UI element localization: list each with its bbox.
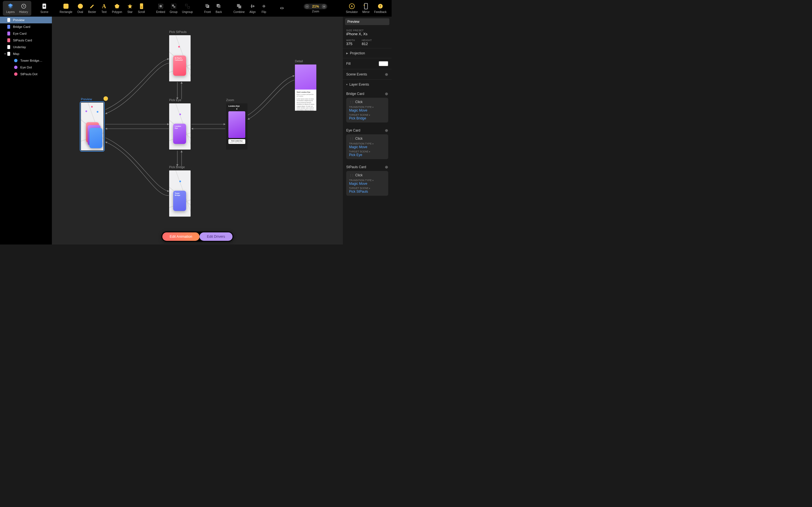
add-event-button[interactable]: ⊕ <box>385 128 388 133</box>
artboard-label: Preview <box>81 98 92 101</box>
zoom-out-button[interactable]: − <box>305 4 309 9</box>
event-card[interactable]: ⋮⋮ClickTRANSITION TYPEMagic MoveTARGET S… <box>346 171 388 196</box>
event-card[interactable]: ⋮⋮ClickTRANSITION TYPEMagic MoveTARGET S… <box>346 134 388 159</box>
fill-swatch[interactable] <box>378 61 388 66</box>
layer-item-child[interactable]: Eye Dot <box>0 64 52 71</box>
layer-events-section[interactable]: ▾Layer Events <box>343 80 392 89</box>
layer-item[interactable]: Underlay <box>0 44 52 50</box>
combine-button[interactable]: Combine <box>231 2 247 15</box>
bezier-tool[interactable]: Bezier <box>86 2 98 15</box>
zoom-control: − 21% + Zoom <box>301 3 329 14</box>
rectangle-tool[interactable]: Rectangle <box>57 2 75 15</box>
ungroup-button[interactable]: Ungroup <box>180 2 195 15</box>
event-card[interactable]: ⋮⋮ClickTRANSITION TYPEMagic MoveTARGET S… <box>346 98 388 122</box>
target-scene-select[interactable]: Pick StPauls <box>349 189 386 193</box>
map-dot <box>86 110 87 112</box>
artboard-pick-eye[interactable]: Pick Eye London Eye <box>169 103 191 150</box>
bolt-icon: ⚡ <box>103 96 108 101</box>
canvas[interactable]: Preview ⚡ Pick StPauls St Paul's Cathedr… <box>52 17 343 244</box>
layer-item-child[interactable]: Tower Bridge… <box>0 57 52 64</box>
add-event-button[interactable]: ⊕ <box>385 165 388 169</box>
svg-rect-4 <box>141 6 142 8</box>
fill-section[interactable]: Fill <box>343 58 392 69</box>
artboard-pick-bridge[interactable]: Pick Bridge Tower Bridge <box>169 170 191 217</box>
zoom-in-button[interactable]: + <box>322 4 326 9</box>
svg-rect-13 <box>205 4 208 7</box>
add-event-button[interactable]: ⊕ <box>385 92 388 96</box>
transition-type-select[interactable]: Magic Move <box>349 145 386 149</box>
height-field[interactable]: 812 <box>362 42 372 46</box>
layer-item[interactable]: Eye Card <box>0 30 52 37</box>
mirror-button[interactable]: Mirror <box>360 2 372 15</box>
star-tool[interactable]: Star <box>124 2 136 15</box>
scroll-tool[interactable]: Scroll <box>136 2 147 15</box>
map-dot <box>97 111 98 113</box>
chevron-down-icon: ▾ <box>346 83 348 86</box>
back-button[interactable]: Back <box>213 2 224 15</box>
drag-handle-icon[interactable]: ⋮⋮ <box>349 137 354 140</box>
layer-item[interactable]: ▼Map <box>0 50 52 57</box>
svg-marker-2 <box>115 4 119 8</box>
transition-type-select[interactable]: Magic Move <box>349 182 386 186</box>
plus-page-icon <box>41 3 47 9</box>
chevron-right-icon: ▶ <box>346 52 348 55</box>
zoom-value: 21% <box>311 4 320 8</box>
layer-item[interactable]: Preview <box>0 17 52 23</box>
layers-icon <box>7 3 13 9</box>
history-tab[interactable]: History <box>17 2 30 15</box>
order-tools: Front Back <box>202 2 224 15</box>
layer-item[interactable]: StPauls Card <box>0 37 52 44</box>
layer-item-child[interactable]: StPauls Dot <box>0 71 52 77</box>
embed-button[interactable]: Embed <box>154 2 167 15</box>
scene-events-section[interactable]: Scene Events⊕ <box>343 69 392 80</box>
width-field[interactable]: 375 <box>346 42 355 46</box>
clock-icon <box>20 3 27 9</box>
svg-rect-9 <box>173 6 175 8</box>
simulator-button[interactable]: Simulator <box>344 2 360 15</box>
stpauls-dot-icon <box>178 46 180 48</box>
target-scene-select[interactable]: Pick Bridge <box>349 116 386 120</box>
event-trigger[interactable]: Click <box>355 100 363 104</box>
target-scene-select[interactable]: Pick Eye <box>349 153 386 157</box>
event-trigger[interactable]: Click <box>355 173 363 177</box>
event-group-title: Bridge Card <box>346 92 364 96</box>
group-tools: Embed Group Ungroup <box>154 2 195 15</box>
projection-section[interactable]: ▶Projection <box>343 48 392 58</box>
artboard-zoom[interactable]: Zoom London Eye ● Visit London Eye Enjoy… <box>226 103 248 150</box>
artboard-pick-stpauls[interactable]: Pick StPauls St Paul's Cathedral <box>169 35 191 81</box>
pen-icon <box>89 3 95 9</box>
inspector-title[interactable]: Preview <box>345 18 389 25</box>
artboard-preview[interactable]: Preview ⚡ <box>81 103 103 151</box>
arrange-tools: Combine Align Flip <box>231 2 269 15</box>
size-preset-select[interactable]: iPhone X, Xs <box>346 32 388 36</box>
svg-point-22 <box>364 5 365 6</box>
drag-handle-icon[interactable]: ⋮⋮ <box>349 101 354 104</box>
group-button[interactable]: Group <box>167 2 180 15</box>
layers-tab[interactable]: Layers <box>4 2 17 15</box>
svg-rect-11 <box>188 6 190 8</box>
layer-item[interactable]: Bridge Card <box>0 23 52 30</box>
oval-tool[interactable]: Oval <box>75 2 86 15</box>
bridge-dot-icon <box>179 180 181 182</box>
polygon-tool[interactable]: Polygon <box>110 2 124 15</box>
event-group-title: StPauls Card <box>346 165 366 169</box>
align-button[interactable]: Align <box>247 2 258 15</box>
drag-handle-icon[interactable]: ⋮⋮ <box>349 174 354 177</box>
transition-type-select[interactable]: Magic Move <box>349 108 386 112</box>
text-tool[interactable]: AText <box>98 2 110 15</box>
artboard-detail[interactable]: Detail Visit London Eye Enjoy a unique p… <box>295 64 316 111</box>
svg-rect-19 <box>253 5 254 7</box>
map-dot <box>91 106 93 108</box>
collapse-button[interactable] <box>276 4 288 13</box>
add-scene-event-button[interactable]: ⊕ <box>385 72 388 76</box>
front-button[interactable]: Front <box>202 2 213 15</box>
edit-animation-button[interactable]: Edit Animation <box>162 232 200 241</box>
event-trigger[interactable]: Click <box>355 136 363 140</box>
scene-button[interactable]: Scene <box>38 2 50 15</box>
feedback-button[interactable]: !Feedback <box>372 2 389 15</box>
svg-rect-10 <box>185 4 187 6</box>
bottom-mode-switch: Edit Animation Edit Drivers <box>161 231 234 242</box>
flip-button[interactable]: Flip <box>258 2 269 15</box>
edit-drivers-button[interactable]: Edit Drivers <box>200 232 233 241</box>
left-tab-group: Layers History <box>3 1 31 16</box>
